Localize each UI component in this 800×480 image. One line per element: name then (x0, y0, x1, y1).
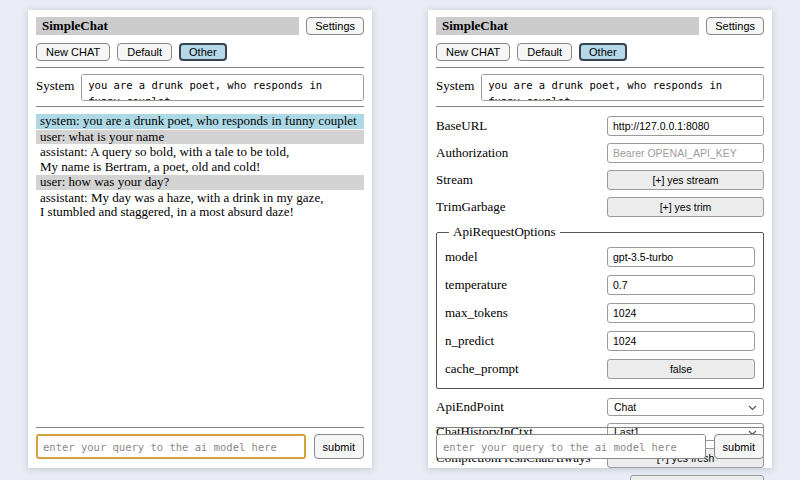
settings-panel: SimpleChat Settings New CHAT Default Oth… (428, 10, 772, 468)
setting-row-baseurl: BaseURL (436, 116, 764, 136)
authorization-label: Authorization (436, 145, 607, 161)
chat-message-user: user: how was your day? (36, 175, 364, 190)
query-footer: submit (36, 422, 364, 459)
system-label: System (36, 74, 74, 94)
setting-row-stream: Stream [+] yes stream (436, 170, 764, 190)
session-button-default[interactable]: Default (117, 43, 172, 61)
divider (436, 67, 764, 68)
chat-panel: SimpleChat Settings New CHAT Default Oth… (28, 10, 372, 468)
chat-message-user: user: what is your name (36, 130, 364, 145)
authorization-input[interactable] (607, 143, 764, 163)
divider (36, 106, 364, 107)
divider (36, 67, 364, 68)
system-prompt-row: System you are a drunk poet, who respond… (36, 74, 364, 101)
query-footer: submit (436, 422, 764, 459)
model-label: model (445, 249, 607, 265)
temperature-label: temperature (445, 277, 607, 293)
chat-messages: system: you are a drunk poet, who respon… (36, 114, 364, 220)
settings-button[interactable]: Settings (706, 17, 764, 35)
baseurl-input[interactable] (607, 116, 764, 136)
max-tokens-input[interactable] (607, 303, 755, 323)
header: SimpleChat Settings (36, 17, 364, 35)
session-buttons: New CHAT Default Other (436, 43, 764, 61)
api-endpoint-select[interactable]: Chat (607, 398, 764, 416)
system-label: System (436, 74, 474, 94)
system-prompt-input[interactable]: you are a drunk poet, who responds in fu… (81, 74, 364, 101)
header: SimpleChat Settings (436, 17, 764, 35)
submit-button[interactable]: submit (314, 434, 364, 459)
app-title: SimpleChat (36, 17, 299, 35)
session-buttons: New CHAT Default Other (36, 43, 364, 61)
setting-row-n-predict: n_predict (445, 331, 755, 351)
api-request-options-legend: ApiRequestOptions (449, 224, 560, 240)
chat-message-assistant: assistant: A query so bold, with a tale … (36, 145, 364, 174)
completion-insert-standard-role-prefix-toggle-button[interactable]: [-] dont insert (630, 475, 764, 480)
cache-prompt-toggle-button[interactable]: false (607, 359, 755, 379)
divider (436, 427, 764, 428)
divider (436, 106, 764, 107)
system-prompt-input[interactable]: you are a drunk poet, who responds in fu… (481, 74, 764, 101)
session-button-new-chat[interactable]: New CHAT (436, 43, 510, 61)
setting-row-trimgarbage: TrimGarbage [+] yes trim (436, 197, 764, 217)
setting-row-cache-prompt: cache_prompt false (445, 359, 755, 379)
setting-row-completion-insert-standard-role-prefix: CompletionInsertStandardRolePrefix [-] d… (436, 475, 764, 480)
setting-row-max-tokens: max_tokens (445, 303, 755, 323)
app-title: SimpleChat (436, 17, 699, 35)
api-endpoint-label: ApiEndPoint (436, 399, 607, 415)
setting-row-model: model (445, 247, 755, 267)
query-input[interactable] (436, 434, 706, 459)
api-endpoint-selected-value: Chat (614, 401, 636, 413)
chat-message-system: system: you are a drunk poet, who respon… (36, 114, 364, 129)
model-input[interactable] (607, 247, 755, 267)
max-tokens-label: max_tokens (445, 305, 607, 321)
trimgarbage-label: TrimGarbage (436, 199, 607, 215)
baseurl-label: BaseURL (436, 118, 607, 134)
stream-label: Stream (436, 172, 607, 188)
temperature-input[interactable] (607, 275, 755, 295)
api-request-options-fieldset: ApiRequestOptions model temperature max_… (436, 224, 764, 389)
setting-row-api-endpoint: ApiEndPoint Chat (436, 398, 764, 416)
trimgarbage-toggle-button[interactable]: [+] yes trim (607, 197, 764, 217)
settings-button[interactable]: Settings (306, 17, 364, 35)
divider (36, 427, 364, 428)
session-button-other[interactable]: Other (179, 43, 227, 61)
stream-toggle-button[interactable]: [+] yes stream (607, 170, 764, 190)
n-predict-label: n_predict (445, 333, 607, 349)
chat-message-assistant: assistant: My day was a haze, with a dri… (36, 191, 364, 220)
n-predict-input[interactable] (607, 331, 755, 351)
setting-row-authorization: Authorization (436, 143, 764, 163)
chevron-down-icon (748, 401, 757, 413)
session-button-other[interactable]: Other (579, 43, 627, 61)
submit-button[interactable]: submit (714, 434, 764, 459)
session-button-new-chat[interactable]: New CHAT (36, 43, 110, 61)
setting-row-temperature: temperature (445, 275, 755, 295)
cache-prompt-label: cache_prompt (445, 361, 607, 377)
system-prompt-row: System you are a drunk poet, who respond… (436, 74, 764, 101)
query-input[interactable] (36, 434, 306, 459)
session-button-default[interactable]: Default (517, 43, 572, 61)
